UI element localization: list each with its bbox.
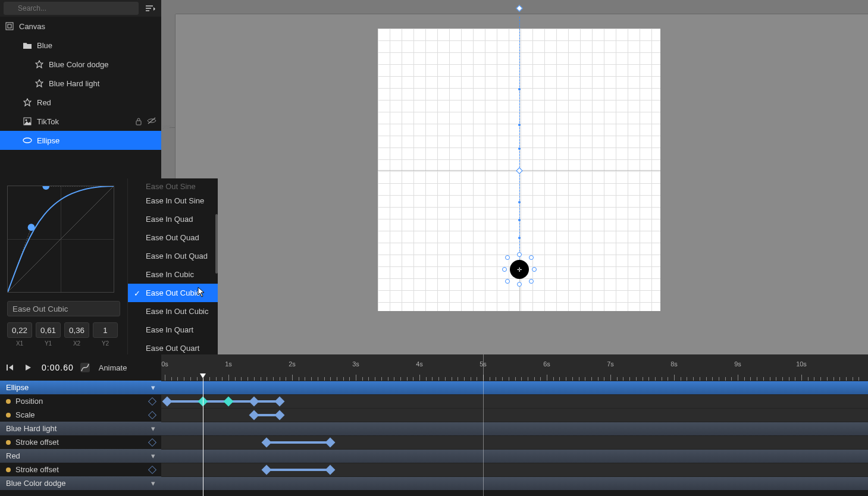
track-label[interactable]: Stroke offset <box>0 435 161 449</box>
layer-item[interactable]: Ellipse <box>0 131 161 150</box>
visibility-off-icon[interactable] <box>147 117 156 125</box>
keyframe[interactable] <box>274 397 284 407</box>
keyframe-marker[interactable] <box>516 167 522 174</box>
playhead[interactable] <box>203 378 203 496</box>
track-lane[interactable] <box>161 449 868 463</box>
add-keyframe-icon[interactable] <box>148 465 156 473</box>
track-lane[interactable] <box>161 394 868 408</box>
track-label[interactable]: Stroke offset <box>0 463 161 476</box>
bezier-curve-editor[interactable] <box>7 186 114 293</box>
artboard[interactable]: ✛ <box>378 29 660 311</box>
easing-option[interactable]: Ease Out Sine <box>128 182 218 192</box>
easing-option[interactable]: Ease In Cubic <box>128 265 218 284</box>
chevron-down-icon[interactable]: ▾ <box>151 479 155 488</box>
bezier-x2-label: X2 <box>73 340 80 347</box>
selection-handle[interactable] <box>502 267 507 272</box>
layer-item[interactable]: Red <box>0 93 161 112</box>
selection-handle[interactable] <box>529 279 534 284</box>
layer-label: Blue <box>37 41 156 50</box>
layer-canvas-root[interactable]: Canvas <box>0 17 161 36</box>
ellipse-icon <box>23 136 32 145</box>
rewind-button[interactable] <box>6 363 18 372</box>
easing-option[interactable]: Ease Out Quad <box>128 228 218 247</box>
keyframe[interactable] <box>274 410 284 420</box>
easing-option[interactable]: Ease In Quad <box>128 210 218 228</box>
keyframe[interactable] <box>249 410 259 420</box>
keyframe[interactable] <box>262 438 272 448</box>
add-keyframe-icon[interactable] <box>148 410 156 419</box>
layer-item[interactable]: Blue Hard light <box>0 74 161 93</box>
easing-toggle-icon[interactable] <box>80 362 90 373</box>
track-lane[interactable] <box>161 408 868 422</box>
easing-option[interactable]: Ease In Out Cubic <box>128 302 218 321</box>
track-label[interactable]: Scale <box>0 408 161 422</box>
keyframe[interactable] <box>224 397 234 407</box>
timeline-ruler[interactable]: 0s1s2s3s4s5s6s7s8s9s10s <box>161 354 868 381</box>
easing-option[interactable]: Ease Out Quart <box>128 339 218 354</box>
layer-item[interactable]: TikTok <box>0 112 161 131</box>
bezier-y2-label: Y2 <box>102 340 109 347</box>
animate-mode-button[interactable]: Animate <box>99 363 127 372</box>
selection-handle[interactable] <box>505 255 510 260</box>
track-lane[interactable] <box>161 463 868 476</box>
track-row: Scale <box>0 408 868 422</box>
current-time-display[interactable]: 0:00.60 <box>42 363 74 372</box>
chevron-down-icon[interactable]: ▾ <box>151 451 155 460</box>
ellipse-shape[interactable]: ✛ <box>510 260 529 279</box>
time-label: 7s <box>607 360 614 368</box>
track-label[interactable]: Blue Hard light▾ <box>0 422 161 435</box>
bezier-y1-label: Y1 <box>45 340 52 347</box>
property-bullet-icon <box>6 413 11 417</box>
track-lane[interactable] <box>161 381 868 394</box>
lock-icon[interactable] <box>135 117 142 125</box>
easing-option[interactable]: Ease In Out Sine <box>128 192 218 210</box>
layer-item[interactable]: Blue <box>0 36 161 55</box>
track-lane[interactable] <box>161 476 868 490</box>
track-label[interactable]: Blue Color dodge▾ <box>0 476 161 490</box>
track-row: Blue Color dodge▾ <box>0 476 868 490</box>
layers-sort-icon[interactable] <box>143 2 158 14</box>
chevron-down-icon[interactable]: ▾ <box>151 383 155 392</box>
search-input[interactable] <box>4 2 139 15</box>
bezier-handle-p2[interactable] <box>42 186 49 190</box>
time-label: 8s <box>670 360 678 368</box>
selection-handle[interactable] <box>532 267 537 272</box>
track-lane[interactable] <box>161 435 868 449</box>
easing-preset-list[interactable]: Ease Out SineEase In Out SineEase In Qua… <box>127 178 218 354</box>
selection-handle[interactable] <box>517 282 522 287</box>
timeline-marker <box>483 354 484 496</box>
time-label: 1s <box>225 360 232 368</box>
keyframe[interactable] <box>325 465 336 475</box>
layer-label: Red <box>37 98 156 107</box>
bezier-handle-p1[interactable] <box>28 224 35 231</box>
selection-handle[interactable] <box>517 252 522 257</box>
easing-option[interactable]: Ease Out Cubic <box>128 284 218 302</box>
chevron-down-icon[interactable]: ▾ <box>151 424 155 433</box>
keyframe[interactable] <box>249 397 259 407</box>
keyframe[interactable] <box>262 465 272 475</box>
bezier-y1-input[interactable] <box>36 322 61 338</box>
canvas-viewport[interactable]: ✛ <box>176 14 868 354</box>
track-label[interactable]: Position <box>0 394 161 408</box>
track-name: Stroke offset <box>15 438 59 447</box>
add-keyframe-icon[interactable] <box>148 438 156 446</box>
easing-option[interactable]: Ease In Quart <box>128 321 218 339</box>
track-label[interactable]: Red▾ <box>0 449 161 463</box>
selection-handle[interactable] <box>529 255 534 260</box>
add-keyframe-icon[interactable] <box>148 397 156 405</box>
keyframe[interactable] <box>162 397 173 407</box>
selection-handle[interactable] <box>505 279 510 284</box>
easing-name-input[interactable] <box>7 301 120 316</box>
motion-path <box>519 17 520 272</box>
bezier-y2-input[interactable] <box>93 322 118 338</box>
keyframe[interactable] <box>325 438 336 448</box>
track-lane[interactable] <box>161 422 868 435</box>
bezier-x1-input[interactable] <box>7 322 32 338</box>
bezier-x2-input[interactable] <box>64 322 89 338</box>
track-label[interactable]: Ellipse▾ <box>0 381 161 394</box>
play-button[interactable] <box>24 363 36 372</box>
layer-item[interactable]: Blue Color dodge <box>0 55 161 74</box>
layer-label: Blue Color dodge <box>49 60 156 69</box>
easing-option[interactable]: Ease In Out Quad <box>128 247 218 265</box>
canvas-area[interactable]: 200 ✛ <box>161 0 868 354</box>
